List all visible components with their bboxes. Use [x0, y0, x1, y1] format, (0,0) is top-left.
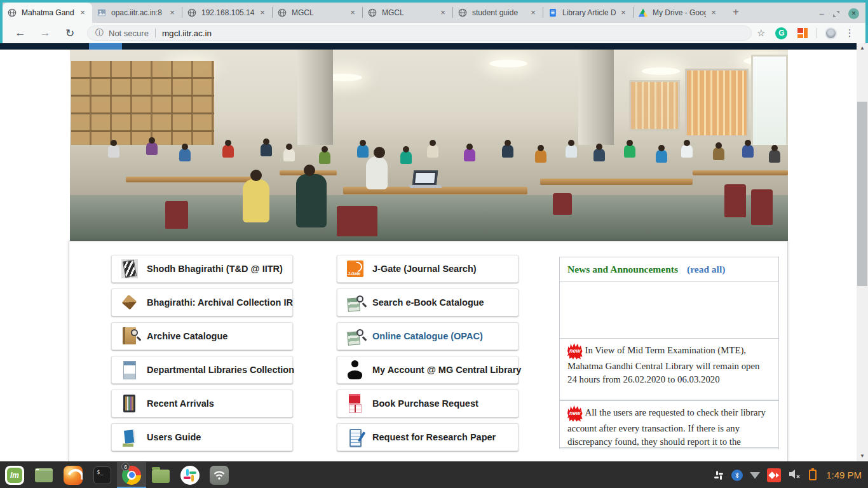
link-recent-arrivals[interactable]: Recent Arrivals: [111, 390, 293, 417]
navbar-active-item[interactable]: [89, 43, 122, 50]
news-title: News and Announcements: [567, 264, 678, 275]
new-badge: new: [567, 405, 583, 422]
tab-mgcl-2[interactable]: MGCL ×: [363, 3, 452, 23]
bookmark-star-icon[interactable]: ☆: [757, 27, 765, 39]
firefox-icon: [64, 466, 83, 485]
profile-avatar[interactable]: [825, 27, 837, 39]
back-button[interactable]: ←: [13, 27, 27, 39]
jgate-logo-icon: J-Gate: [347, 261, 363, 277]
taskbar: lm $_ 6 1:49 PM: [0, 461, 868, 488]
firefox-launcher[interactable]: [58, 462, 88, 488]
link-my-account[interactable]: My Account @ MG Central Library: [337, 356, 519, 384]
magnifier-document-icon: [121, 327, 138, 346]
news-item[interactable]: newIn View of Mid Term Examination (MTE)…: [559, 338, 779, 400]
terminal-icon: $_: [93, 466, 111, 484]
network-app-launcher[interactable]: [205, 462, 234, 488]
new-tab-button[interactable]: +: [727, 4, 745, 22]
clipboard-pencil-icon: [347, 428, 363, 447]
link-shodh-bhagirathi[interactable]: Shodh Bhagirathi (T&D @ IITR): [111, 255, 293, 283]
tab-close-icon[interactable]: ×: [167, 8, 177, 18]
newspaper-icon: [121, 360, 138, 379]
link-archive-catalogue[interactable]: Archive Catalogue: [111, 322, 293, 350]
tab-close-icon[interactable]: ×: [257, 8, 268, 18]
guide-book-icon: [121, 428, 138, 447]
news-item[interactable]: newAll the users are requested to check …: [559, 400, 779, 449]
link-ebook-catalogue[interactable]: Search e-Book Catalogue: [337, 288, 519, 316]
anydesk-icon[interactable]: [767, 468, 781, 482]
reload-button[interactable]: ↻: [63, 27, 77, 40]
tab-close-icon[interactable]: ×: [528, 8, 538, 18]
clock[interactable]: 1:49 PM: [826, 470, 862, 480]
link-research-paper[interactable]: Request for Research Paper: [337, 423, 519, 451]
bookshelf-icon: [121, 394, 138, 413]
link-opac[interactable]: Online Catalogue (OPAC): [337, 322, 519, 350]
tab-close-icon[interactable]: ×: [78, 8, 88, 18]
tab-title: Library Article D: [562, 8, 616, 17]
book-stack-icon: [121, 259, 138, 278]
tab-mgcl-1[interactable]: MGCL ×: [273, 3, 362, 23]
chrome-launcher[interactable]: 6: [117, 462, 146, 488]
tab-close-icon[interactable]: ×: [709, 8, 719, 18]
read-all-link[interactable]: (read all): [687, 264, 725, 275]
forward-button[interactable]: →: [38, 27, 52, 39]
desktop-icon: [35, 468, 53, 482]
globe-favicon-icon: [458, 8, 468, 18]
tab-bar: Mahatma Gand × opac.iitr.ac.in:8 × 192.1…: [3, 3, 865, 23]
link-users-guide[interactable]: Users Guide: [111, 423, 293, 451]
tab-student-guide[interactable]: student guide ×: [453, 3, 543, 23]
battery-icon[interactable]: [809, 470, 817, 480]
tab-title: student guide: [472, 8, 526, 17]
news-header: News and Announcements (read all): [560, 257, 778, 281]
browser-toolbar: ← → ↻ ⓘ Not secure mgcl.iitr.ac.in ☆ G ⋮: [3, 23, 865, 43]
link-departmental-libraries[interactable]: Departmental Libraries Collection: [111, 356, 293, 384]
tab-title: MGCL: [382, 8, 435, 17]
grammarly-extension-icon[interactable]: G: [775, 27, 787, 39]
link-bhagirathi-archival[interactable]: Bhagirathi: Archival Collection IR: [111, 288, 293, 316]
new-badge: new: [567, 343, 583, 360]
link-book-purchase[interactable]: Book Purchase Request: [337, 390, 519, 417]
page-content: Shodh Bhagirathi (T&D @ IITR) Bhagirathi…: [69, 241, 788, 488]
tab-my-drive[interactable]: My Drive - Goog ×: [634, 3, 723, 23]
tab-opac[interactable]: opac.iitr.ac.in:8 ×: [92, 3, 182, 23]
slack-icon: [180, 466, 200, 485]
tab-library-article[interactable]: Library Article D ×: [543, 3, 633, 23]
url-text: mgcl.iitr.ac.in: [162, 29, 212, 38]
table-extension-icon[interactable]: [797, 28, 808, 38]
page-scrollbar[interactable]: ▲ ▼: [857, 43, 868, 461]
close-window-button[interactable]: ×: [848, 8, 859, 19]
red-book-icon: [347, 394, 363, 413]
show-desktop-button[interactable]: [29, 462, 58, 488]
minimize-button[interactable]: –: [819, 11, 824, 17]
volume-muted-icon[interactable]: [788, 468, 802, 482]
magnifier-books-icon: [347, 327, 363, 346]
tab-close-icon[interactable]: ×: [438, 8, 448, 18]
tab-ip-address[interactable]: 192.168.105.14 ×: [182, 3, 272, 23]
browser-menu-icon[interactable]: ⋮: [844, 27, 854, 39]
archive-box-icon: [121, 293, 138, 312]
tab-close-icon[interactable]: ×: [618, 8, 628, 18]
tab-mahatma-gandhi[interactable]: Mahatma Gand ×: [3, 3, 92, 23]
address-bar[interactable]: ⓘ Not secure mgcl.iitr.ac.in: [87, 25, 752, 41]
slack-launcher[interactable]: [175, 462, 205, 488]
tab-title: My Drive - Goog: [653, 8, 706, 17]
globe-favicon-icon: [187, 8, 197, 18]
scroll-down-icon[interactable]: ▼: [857, 451, 868, 461]
mint-menu-button[interactable]: lm: [0, 462, 29, 488]
files-launcher[interactable]: [146, 462, 175, 488]
globe-favicon-icon: [277, 8, 287, 18]
network-tray-icon[interactable]: [750, 471, 760, 479]
slack-tray-icon[interactable]: [713, 470, 724, 481]
bluetooth-icon[interactable]: [731, 470, 743, 481]
news-panel: News and Announcements (read all) newIn …: [559, 257, 779, 448]
library-photo: [70, 50, 788, 241]
scroll-up-icon[interactable]: ▲: [857, 43, 868, 53]
scrollbar-thumb[interactable]: [857, 102, 867, 286]
terminal-launcher[interactable]: $_: [88, 462, 117, 488]
info-icon[interactable]: ⓘ: [95, 27, 104, 39]
link-jgate[interactable]: J-Gate J-Gate (Journal Search): [337, 255, 519, 283]
restore-button[interactable]: [833, 11, 839, 17]
folder-icon: [152, 470, 170, 483]
wifi-icon: [210, 466, 229, 485]
tab-close-icon[interactable]: ×: [348, 8, 358, 18]
system-tray: 1:49 PM: [713, 468, 868, 482]
